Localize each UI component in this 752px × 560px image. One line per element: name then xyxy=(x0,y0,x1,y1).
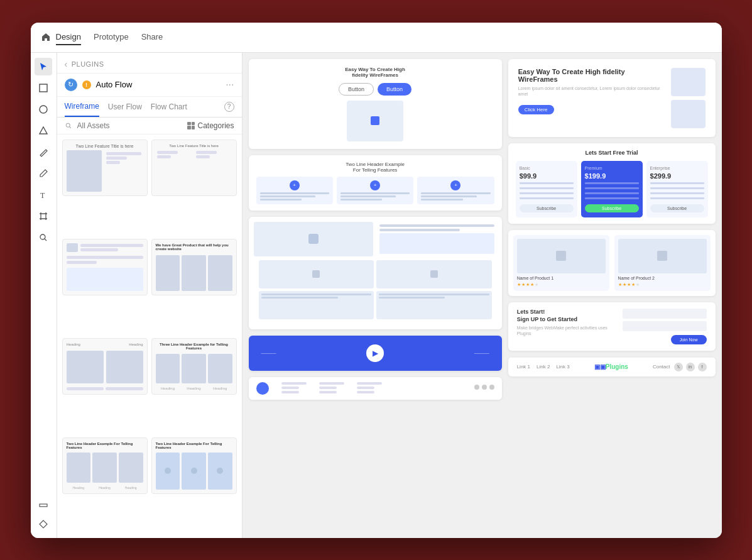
canvas-left: Easy Way To Create Highfidelity WireFram… xyxy=(249,59,502,532)
product-img-icon xyxy=(556,251,566,261)
frame-tool[interactable] xyxy=(35,207,52,225)
signup-panel: Lets Start! Sign UP to Get Started Make … xyxy=(508,302,716,351)
signup-input-2[interactable] xyxy=(623,321,707,331)
components-tool[interactable] xyxy=(35,515,52,533)
gallery-cell-1 xyxy=(254,222,374,256)
feature-icon: + xyxy=(450,180,460,190)
asset-item[interactable]: Two Line Feature Title is here xyxy=(62,140,148,196)
feature-cards: + + + xyxy=(256,177,494,204)
signup-submit-button[interactable]: Join Now xyxy=(671,335,707,344)
footer-line xyxy=(281,387,299,389)
asset-item[interactable]: Two Line Header Example For Telling Feat… xyxy=(151,437,237,494)
footer-col-1 xyxy=(281,382,307,393)
svg-rect-4 xyxy=(40,504,47,507)
footer-nav xyxy=(249,377,502,400)
product-name-2: Name of Product 2 xyxy=(618,276,707,280)
footer-line xyxy=(319,387,337,389)
pricing-section: Lets Start Free Trial Basic $99.9 Subscr… xyxy=(508,143,716,224)
cta-play-button[interactable]: ▶ xyxy=(366,344,384,362)
search-input[interactable] xyxy=(77,121,183,130)
footer-link-1[interactable]: Link 1 xyxy=(517,364,530,370)
search-tool[interactable] xyxy=(35,229,52,246)
feature-line xyxy=(585,197,639,199)
signup-input-1[interactable] xyxy=(623,309,707,319)
filled-btn[interactable]: Button xyxy=(378,83,411,96)
footer-nav-panel xyxy=(249,377,502,400)
social-icon-twitter[interactable]: 𝕏 xyxy=(674,363,683,371)
plugins-label: PLUGINS xyxy=(72,60,104,68)
feature-line xyxy=(585,182,639,184)
pricing-premium-btn[interactable]: Subscribe xyxy=(585,204,639,212)
pricing-cards: Basic $99.9 Subscribe Premium $199.9 xyxy=(516,161,708,217)
help-button[interactable]: ? xyxy=(224,102,234,112)
footer-link-2[interactable]: Link 2 xyxy=(537,364,550,370)
cursor-tool[interactable] xyxy=(35,58,52,75)
star: ★ xyxy=(627,282,631,287)
feature-card-2: + xyxy=(337,177,413,204)
click-here-button[interactable]: Click Here xyxy=(518,105,554,114)
cta-right-text: ——— xyxy=(474,350,489,356)
signup-desc: Make bridges WebMake perfect activities … xyxy=(517,325,618,338)
pricing-enterprise-btn[interactable]: Subscribe xyxy=(650,204,704,212)
feature-card-3: + xyxy=(417,177,494,204)
social-icon-facebook[interactable]: f xyxy=(698,363,707,371)
tier-label: Basic xyxy=(520,166,574,170)
pen-tool[interactable] xyxy=(35,143,52,161)
tab-flowchart[interactable]: Flow Chart xyxy=(151,97,187,116)
circle-tool[interactable] xyxy=(35,101,52,118)
footer-line xyxy=(281,382,307,385)
pricing-card-basic: Basic $99.9 Subscribe xyxy=(516,161,577,217)
footer-col-2 xyxy=(319,382,344,393)
pricing-card-enterprise: Enterprise $299.9 Subscribe xyxy=(646,161,708,217)
plugin-name: ! Auto Flow xyxy=(65,79,133,91)
outline-btn[interactable]: Button xyxy=(339,83,374,96)
pricing-basic-btn[interactable]: Subscribe xyxy=(520,204,574,212)
footer-line xyxy=(319,391,337,393)
hero-img-icon xyxy=(371,116,379,125)
tier-price: $199.9 xyxy=(585,172,639,180)
plugin-tabs: Wireframe User Flow Flow Chart ? xyxy=(57,97,242,118)
tab-wireframe[interactable]: Wireframe xyxy=(65,97,99,117)
tab-userflow[interactable]: User Flow xyxy=(108,97,142,116)
cta-panel: ——— ▶ ——— xyxy=(249,336,502,371)
triangle-tool[interactable] xyxy=(35,122,52,140)
text-tool[interactable]: T xyxy=(35,186,52,204)
feature-line xyxy=(650,197,704,199)
plugin-logo xyxy=(65,79,77,91)
social-icon-linkedin[interactable]: in xyxy=(686,363,695,371)
footer-bar-panel: Link 1 Link 2 Link 3 ▣▣Plugins Contact 𝕏… xyxy=(508,357,716,376)
sidebar: ‹ PLUGINS ! Auto Flow ··· Wireframe User… xyxy=(57,53,242,538)
products-panel: Name of Product 1 ★ ★ ★ ★ ★ xyxy=(508,230,716,296)
social-dot xyxy=(474,385,479,390)
footer-link-3[interactable]: Link 3 xyxy=(556,364,569,370)
tab-design[interactable]: Design xyxy=(56,30,81,45)
asset-item[interactable] xyxy=(62,239,148,295)
tab-share[interactable]: Share xyxy=(141,30,163,45)
svg-point-3 xyxy=(40,234,45,239)
contact-link[interactable]: Contact xyxy=(653,364,670,370)
more-options[interactable]: ··· xyxy=(226,79,234,91)
product-cards: Name of Product 1 ★ ★ ★ ★ ★ xyxy=(513,235,711,291)
asset-item[interactable]: Heading Heading xyxy=(62,338,148,395)
star: ★ xyxy=(631,282,635,287)
tab-prototype[interactable]: Prototype xyxy=(94,30,129,45)
footer-line xyxy=(357,387,374,389)
hero-right-title: Easy Way To Create High fidelity WireFra… xyxy=(518,68,666,83)
rectangle-tool[interactable] xyxy=(35,79,52,97)
layers-tool[interactable] xyxy=(35,494,52,512)
pencil-tool[interactable] xyxy=(35,165,52,182)
social-dot xyxy=(489,385,494,390)
footer-logo-text: Plugins xyxy=(606,363,628,370)
categories-label: Categories xyxy=(197,121,234,130)
asset-item[interactable]: Two Line Header Example For Telling Feat… xyxy=(62,437,148,494)
asset-item[interactable]: Three Line Header Example for Telling Fe… xyxy=(151,338,237,395)
home-icon[interactable] xyxy=(41,32,51,42)
social-links: 𝕏 in f xyxy=(674,363,707,371)
plugin-title: Auto Flow xyxy=(96,80,133,89)
categories-button[interactable]: Categories xyxy=(187,121,234,130)
sidebar-plugins-header: ‹ PLUGINS xyxy=(57,53,242,74)
asset-item[interactable]: We have Great Product that will help you… xyxy=(151,239,237,295)
asset-item[interactable]: Two Line Feature Title is here xyxy=(151,140,237,196)
footer-brand-logo: ▣▣Plugins xyxy=(594,363,628,370)
feature-line xyxy=(585,187,639,189)
